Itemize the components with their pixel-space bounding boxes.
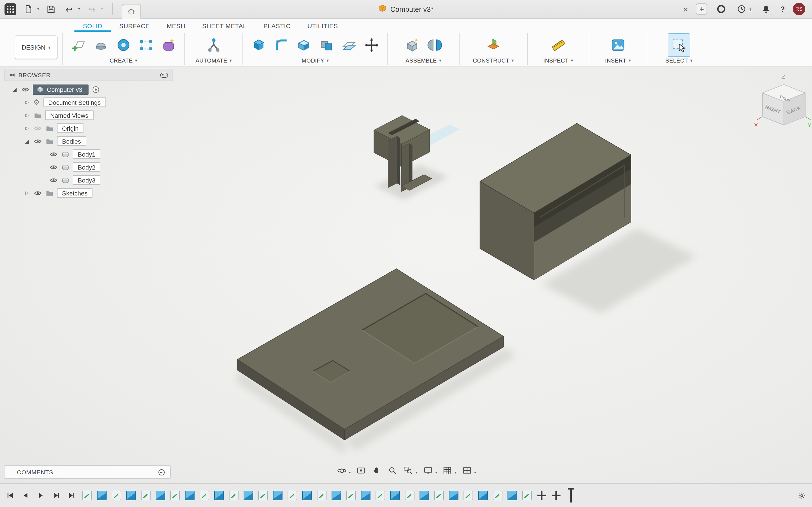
timeline-feature-extrude[interactable] (185, 491, 195, 500)
automate-icon[interactable] (202, 33, 225, 57)
body2-model[interactable] (238, 269, 504, 440)
construct-menu[interactable]: CONSTRUCT ▾ (473, 57, 514, 64)
orbit-button[interactable] (335, 464, 348, 477)
job-status-icon[interactable] (715, 3, 728, 15)
visibility-eye-icon[interactable] (21, 86, 29, 93)
move-copy-icon[interactable] (360, 33, 383, 57)
automate-menu[interactable]: AUTOMATE ▾ (196, 57, 232, 64)
bell-icon[interactable] (760, 3, 772, 15)
visibility-eye-icon[interactable] (49, 176, 57, 184)
create-sketch-icon[interactable] (67, 33, 90, 57)
display-settings-button[interactable] (421, 464, 435, 477)
expander-icon[interactable]: ▷ (24, 190, 30, 195)
save-icon[interactable] (45, 3, 57, 15)
app-grid-icon[interactable] (4, 3, 16, 15)
home-tab[interactable] (121, 4, 141, 18)
collapse-panel-icon[interactable]: ◀◀ (9, 73, 14, 77)
chevron-down-icon[interactable]: ▾ (474, 470, 476, 475)
timeline-feature-sketch[interactable] (522, 491, 532, 500)
step-forward-button[interactable] (50, 490, 61, 501)
tab-sheet-metal[interactable]: SHEET METAL (194, 22, 255, 32)
timeline-feature-sketch[interactable] (405, 491, 414, 500)
tree-row-body2[interactable]: Body2 (4, 161, 173, 173)
extrude-dome-icon[interactable] (90, 33, 112, 57)
tree-row-sketches[interactable]: ▷ Sketches (4, 186, 173, 200)
tree-row-document-settings[interactable]: ▷ ⚙ Document Settings (4, 96, 173, 109)
tree-label[interactable]: Named Views (45, 110, 93, 120)
timeline-feature-extrude[interactable] (244, 491, 253, 500)
pan-button[interactable] (370, 464, 384, 477)
timeline-feature-extrude[interactable] (478, 491, 488, 500)
pattern-icon[interactable] (135, 33, 157, 57)
timeline-position-marker[interactable] (567, 488, 574, 503)
timeline-feature-sketch[interactable] (112, 491, 121, 500)
timeline-feature-sketch[interactable] (346, 491, 356, 500)
timeline-feature-sketch[interactable] (288, 491, 297, 500)
visibility-eye-icon[interactable] (49, 163, 57, 171)
expander-icon[interactable]: ▷ (24, 113, 30, 118)
timeline-feature-extrude[interactable] (390, 491, 400, 500)
construct-plane-icon[interactable] (482, 33, 505, 57)
measure-icon[interactable] (547, 33, 569, 57)
comments-expand-icon[interactable] (158, 469, 165, 475)
coil-icon[interactable] (112, 33, 135, 57)
timeline-feature-sketch[interactable] (375, 491, 385, 500)
viewports-button[interactable] (460, 464, 474, 477)
undo-caret-icon[interactable]: ▾ (78, 7, 80, 11)
activate-radio-icon[interactable] (92, 86, 100, 93)
tree-label[interactable]: Bodies (57, 136, 86, 146)
tree-row-named-views[interactable]: ▷ Named Views (4, 109, 173, 122)
timeline-settings-gear-icon[interactable] (797, 491, 812, 500)
insert-menu[interactable]: INSERT ▾ (605, 57, 631, 64)
timeline-feature-extrude[interactable] (156, 491, 165, 500)
notification-center[interactable]: 1 (735, 3, 752, 15)
press-pull-icon[interactable] (248, 33, 270, 57)
timeline-feature-extrude[interactable] (214, 491, 224, 500)
tree-row-origin[interactable]: ▷ Origin (4, 122, 173, 135)
help-icon[interactable]: ? (780, 5, 785, 13)
fillet-icon[interactable] (270, 33, 293, 57)
timeline-feature-sketch[interactable] (463, 491, 473, 500)
viewcube[interactable]: TOP RIGHT BACK Z X Y (754, 73, 812, 129)
expander-icon[interactable]: ◢ (24, 138, 30, 144)
visibility-eye-off-icon[interactable] (33, 124, 42, 132)
root-component[interactable]: Computer v3 (33, 84, 89, 94)
chevron-down-icon[interactable]: ▾ (416, 470, 417, 475)
go-to-start-button[interactable] (4, 490, 16, 501)
select-tool-icon[interactable] (668, 33, 690, 57)
chevron-down-icon[interactable]: ▾ (455, 470, 457, 475)
new-component-icon[interactable] (401, 33, 423, 57)
tree-label[interactable]: Document Settings (43, 98, 106, 107)
close-tab-icon[interactable]: × (683, 4, 688, 14)
timeline-feature-sketch[interactable] (170, 491, 180, 500)
timeline-feature-extrude[interactable] (449, 491, 458, 500)
timeline-feature-extrude[interactable] (273, 491, 283, 500)
create-form-icon[interactable] (157, 33, 180, 57)
timeline-feature-sketch[interactable] (200, 491, 209, 500)
visibility-eye-icon[interactable] (33, 137, 42, 145)
tab-mesh[interactable]: MESH (158, 22, 194, 32)
timeline-feature-sketch[interactable] (82, 491, 92, 500)
insert-canvas-icon[interactable] (607, 33, 629, 57)
offset-face-icon[interactable] (338, 33, 360, 57)
timeline-feature-extrude[interactable] (97, 491, 107, 500)
joint-icon[interactable] (423, 33, 446, 57)
timeline-feature-sketch[interactable] (229, 491, 239, 500)
assemble-menu[interactable]: ASSEMBLE ▾ (405, 57, 441, 64)
tree-row-bodies[interactable]: ◢ Bodies (4, 135, 173, 148)
combine-icon[interactable] (315, 33, 338, 57)
expander-icon[interactable]: ▷ (24, 100, 30, 105)
display-toggle-icon[interactable] (160, 72, 168, 77)
tree-row-body3[interactable]: Body3 (4, 173, 173, 186)
timeline-feature-extrude[interactable] (507, 491, 517, 500)
tree-label[interactable]: Body2 (73, 162, 100, 172)
timeline-feature-extrude[interactable] (361, 491, 370, 500)
timeline-feature-extrude[interactable] (302, 491, 312, 500)
timeline-feature-sketch[interactable] (258, 491, 268, 500)
visibility-eye-icon[interactable] (33, 189, 42, 196)
tree-row-root[interactable]: ◢ Computer v3 (4, 83, 173, 96)
zoom-button[interactable] (386, 464, 399, 477)
timeline-feature-sketch[interactable] (141, 491, 151, 500)
avatar[interactable]: RS (793, 3, 805, 15)
tree-label[interactable]: Origin (57, 123, 84, 133)
